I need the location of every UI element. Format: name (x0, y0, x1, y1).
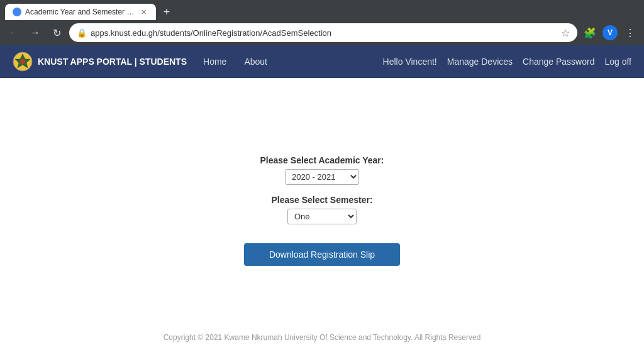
lock-icon: 🔒 (77, 28, 87, 38)
copyright-text: Copyright © 2021 Kwame Nkrumah Universit… (164, 333, 481, 342)
tab-close-button[interactable]: ✕ (138, 7, 148, 17)
url-text: apps.knust.edu.gh/students/OnlineRegistr… (91, 28, 557, 38)
page-content: KNUST APPS PORTAL | STUDENTS Home About … (0, 45, 644, 362)
semester-select[interactable]: One Two Resit (287, 209, 357, 224)
semester-group: Please Select Semester: One Two Resit (271, 195, 372, 224)
navbar: KNUST APPS PORTAL | STUDENTS Home About … (0, 45, 644, 78)
nav-log-off[interactable]: Log off (604, 57, 631, 67)
main-content: Please Select Academic Year: 2020 - 2021… (0, 78, 644, 362)
nav-manage-devices[interactable]: Manage Devices (447, 57, 513, 67)
brand-name-text: KNUST APPS PORTAL | STUDENTS (38, 57, 187, 67)
reload-button[interactable]: ↻ (48, 24, 65, 41)
nav-change-password[interactable]: Change Password (523, 57, 594, 67)
form-section: Please Select Academic Year: 2020 - 2021… (244, 155, 400, 266)
navbar-right: Hello Vincent! Manage Devices Change Pas… (383, 57, 631, 67)
new-tab-button[interactable]: + (158, 4, 175, 20)
active-tab[interactable]: Academic Year and Semester Sel... ✕ (5, 4, 156, 20)
profile-icon[interactable]: V (601, 24, 619, 41)
svg-point-2 (20, 59, 25, 64)
address-bar: ← → ↻ 🔒 apps.knust.edu.gh/students/Onlin… (0, 20, 644, 45)
tab-bar: Academic Year and Semester Sel... ✕ + (0, 0, 644, 20)
academic-year-group: Please Select Academic Year: 2020 - 2021… (260, 155, 384, 185)
navbar-brand: KNUST APPS PORTAL | STUDENTS (13, 52, 187, 72)
back-button[interactable]: ← (5, 24, 23, 41)
nav-about-link[interactable]: About (240, 54, 271, 69)
toolbar-icons: 🧩 V ⋮ (581, 24, 639, 41)
semester-label: Please Select Semester: (271, 195, 372, 205)
bookmark-icon[interactable]: ☆ (561, 27, 570, 39)
nav-home-link[interactable]: Home (199, 54, 230, 69)
avatar: V (602, 25, 618, 40)
tab-title: Academic Year and Semester Sel... (25, 8, 135, 16)
extensions-icon[interactable]: 🧩 (581, 24, 599, 41)
url-bar[interactable]: 🔒 apps.knust.edu.gh/students/OnlineRegis… (69, 23, 577, 42)
academic-year-select[interactable]: 2020 - 2021 2019 - 2020 2018 - 2019 (285, 169, 359, 185)
menu-icon[interactable]: ⋮ (621, 24, 639, 41)
tab-favicon (13, 8, 21, 16)
browser-chrome: Academic Year and Semester Sel... ✕ + ← … (0, 0, 644, 45)
academic-year-label: Please Select Academic Year: (260, 155, 384, 165)
download-registration-slip-button[interactable]: Download Registration Slip (244, 243, 400, 266)
navbar-left: Home About (199, 54, 271, 69)
forward-button[interactable]: → (26, 24, 44, 41)
brand-logo (13, 52, 33, 72)
nav-greeting: Hello Vincent! (383, 57, 437, 67)
footer: Copyright © 2021 Kwame Nkrumah Universit… (0, 326, 644, 349)
